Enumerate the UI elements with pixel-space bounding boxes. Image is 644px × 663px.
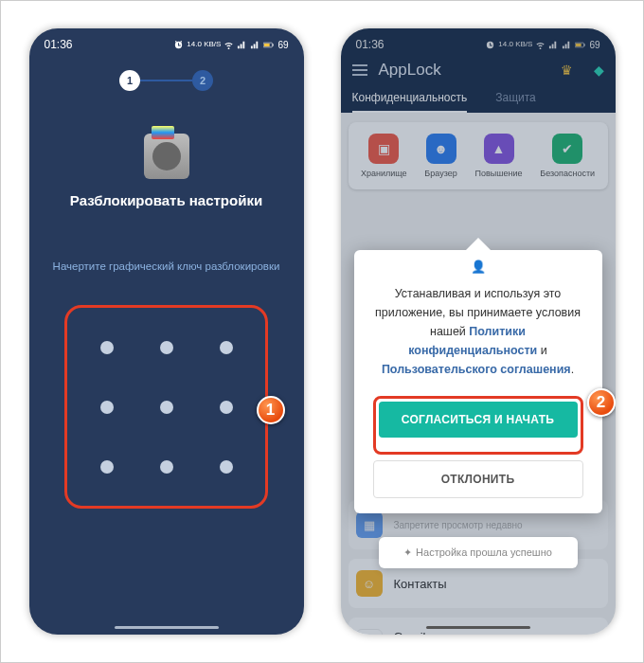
pattern-dot[interactable]: [220, 460, 233, 474]
user-agreement-link[interactable]: Пользовательского соглашения: [382, 363, 571, 376]
accept-button[interactable]: СОГЛАСИТЬСЯ И НАЧАТЬ: [379, 402, 578, 438]
home-indicator[interactable]: [115, 626, 219, 629]
step-next: 2: [192, 70, 213, 91]
page-title: Разблокировать настройки: [29, 192, 304, 208]
svg-rect-2: [273, 44, 274, 45]
pattern-dot[interactable]: [160, 341, 173, 354]
instruction-text: Начертите графический ключ разблокировки: [29, 260, 304, 272]
safe-icon: [144, 134, 189, 179]
pattern-dot[interactable]: [100, 401, 114, 414]
screenshot-unlock: 01:36 14.0 KB/S 69 1 2 Разблокировать на…: [29, 28, 304, 635]
callout-badge-1: 1: [257, 396, 285, 424]
signal-icon: [250, 40, 260, 50]
home-indicator[interactable]: [426, 626, 530, 629]
decline-button[interactable]: ОТКЛОНИТЬ: [373, 460, 583, 498]
toast-message: ✦Настройка прошла успешно: [379, 537, 578, 568]
battery-icon: [263, 40, 274, 50]
step-current: 1: [119, 70, 140, 91]
pattern-dot[interactable]: [160, 460, 173, 474]
onboarding-stepper: 1 2: [29, 70, 304, 91]
alarm-icon: [173, 40, 184, 50]
status-icons: 14.0 KB/S 69: [173, 40, 288, 50]
accept-highlight: СОГЛАСИТЬСЯ И НАЧАТЬ: [373, 396, 583, 455]
pattern-dot[interactable]: [220, 401, 233, 414]
screenshot-applock: 01:36 14.0 KB/S 69 AppLock ♛ ◆ Конфиденц…: [341, 28, 616, 635]
pattern-dot[interactable]: [100, 341, 114, 354]
callout-badge-2: 2: [587, 388, 616, 417]
consent-popup: 👤 Устанавливая и используя это приложени…: [354, 250, 602, 513]
clock: 01:36: [45, 38, 73, 51]
pattern-dot[interactable]: [160, 401, 173, 414]
svg-rect-1: [264, 43, 270, 45]
consent-text: Устанавливая и используя это приложение,…: [373, 284, 583, 379]
pattern-dot[interactable]: [220, 341, 233, 354]
pattern-lock-input[interactable]: [64, 305, 268, 509]
user-lock-icon: 👤: [471, 258, 486, 278]
wand-icon: ✦: [403, 547, 412, 558]
privacy-policy-link[interactable]: Политики конфиденциальности: [408, 325, 537, 357]
signal-icon: [237, 40, 247, 50]
status-bar: 01:36 14.0 KB/S 69: [29, 28, 304, 61]
pattern-dot[interactable]: [100, 460, 114, 474]
wifi-icon: [224, 40, 234, 50]
step-line: [140, 80, 192, 81]
